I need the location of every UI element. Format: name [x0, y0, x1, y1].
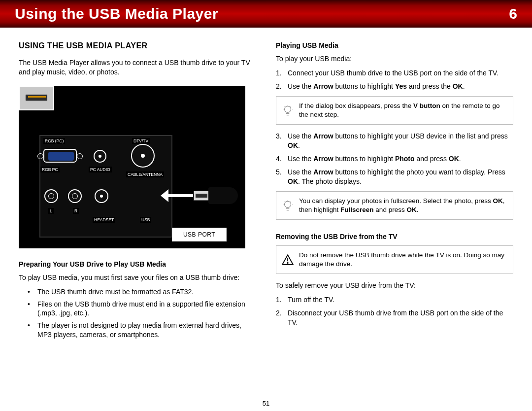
svg-point-3	[287, 263, 288, 264]
intro-text: The USB Media Player allows you to conne…	[19, 58, 256, 77]
step-item: Turn off the TV.	[276, 295, 513, 305]
usb-port-caption: USB PORT	[172, 228, 227, 241]
label-usb: USB	[140, 217, 151, 223]
arrow-head-icon	[161, 189, 168, 202]
label-rgb-pc-top: RGB (PC)	[43, 138, 65, 144]
coax-port-icon	[131, 144, 155, 168]
usb-thumb-drive-icon	[194, 187, 238, 204]
right-column: Playing USB Media To play your USB media…	[276, 41, 513, 344]
removing-lead: To safely remove your USB drive from the…	[276, 281, 513, 290]
svg-point-0	[285, 106, 291, 112]
step-item: Connect your USB thumb drive to the USB …	[276, 68, 513, 78]
svg-point-1	[285, 201, 291, 207]
label-l: L	[48, 208, 54, 214]
headset-port-icon	[95, 189, 108, 203]
usb-port-icon	[19, 86, 54, 110]
playing-steps-1-2: Connect your USB thumb drive to the USB …	[276, 68, 513, 91]
chapter-header: Using the USB Media Player 6	[0, 0, 532, 28]
removing-heading: Removing the USB Drive from the TV	[276, 233, 513, 240]
rca-left-icon	[44, 189, 58, 203]
chapter-title: Using the USB Media Player	[15, 5, 218, 22]
lightbulb-icon	[281, 104, 294, 117]
playing-heading: Playing USB Media	[276, 41, 513, 49]
label-headset: HEADSET	[93, 217, 115, 223]
step-item: Use the Arrow buttons to highlight the p…	[276, 168, 513, 186]
preparing-lead: To play USB media, you must first save y…	[19, 273, 256, 282]
removing-steps: Turn off the TV. Disconnect your USB thu…	[276, 295, 513, 327]
tip-box-v-button: If the dialog box disappears, press the …	[276, 96, 513, 125]
label-rgb-pc: RGB PC	[40, 167, 60, 172]
tip-box-fullscreen: You can display your photos in fullscree…	[276, 191, 513, 220]
bullet-item: The player is not designed to play media…	[28, 321, 256, 340]
playing-steps-3-5: Use the Arrow buttons to highlight your …	[276, 132, 513, 186]
bullet-item: The USB thumb drive must be formatted as…	[28, 287, 256, 297]
lightbulb-icon	[281, 199, 294, 212]
chapter-number: 6	[509, 5, 517, 22]
warning-icon	[281, 253, 294, 266]
warning-text: Do not remove the USB thumb drive while …	[299, 251, 504, 268]
preparing-heading: Preparing Your USB Drive to Play USB Med…	[19, 260, 256, 268]
page-number: 51	[263, 400, 269, 407]
preparing-bullets: The USB thumb drive must be formatted as…	[28, 287, 256, 340]
warning-box: Do not remove the USB thumb drive while …	[276, 245, 513, 274]
label-r: R	[73, 208, 79, 214]
bullet-item: Files on the USB thumb drive must end in…	[28, 300, 256, 318]
label-dtv-tv: DTV/TV	[132, 138, 150, 144]
step-item: Use the Arrow buttons to highlight Photo…	[276, 154, 513, 164]
step-item: Use the Arrow buttons to highlight Yes a…	[276, 82, 513, 91]
pc-audio-port-icon	[94, 150, 106, 163]
vga-port-icon	[43, 149, 77, 163]
arrow-line-icon	[165, 194, 193, 197]
tv-ports-illustration: RGB (PC) DTV/TV RGB PC PC AUDIO CABLE/AN…	[19, 86, 245, 248]
playing-lead: To play your USB media:	[276, 54, 513, 64]
label-pc-audio: PC AUDIO	[89, 167, 112, 172]
step-item: Use the Arrow buttons to highlight your …	[276, 132, 513, 150]
label-cable-antenna: CABLE/ANTENNA	[126, 171, 164, 177]
section-title: USING THE USB MEDIA PLAYER	[19, 41, 256, 50]
step-item: Disconnect your USB thumb drive from the…	[276, 308, 513, 327]
rca-right-icon	[68, 189, 82, 203]
page-content: USING THE USB MEDIA PLAYER The USB Media…	[0, 28, 532, 344]
left-column: USING THE USB MEDIA PLAYER The USB Media…	[19, 41, 256, 344]
